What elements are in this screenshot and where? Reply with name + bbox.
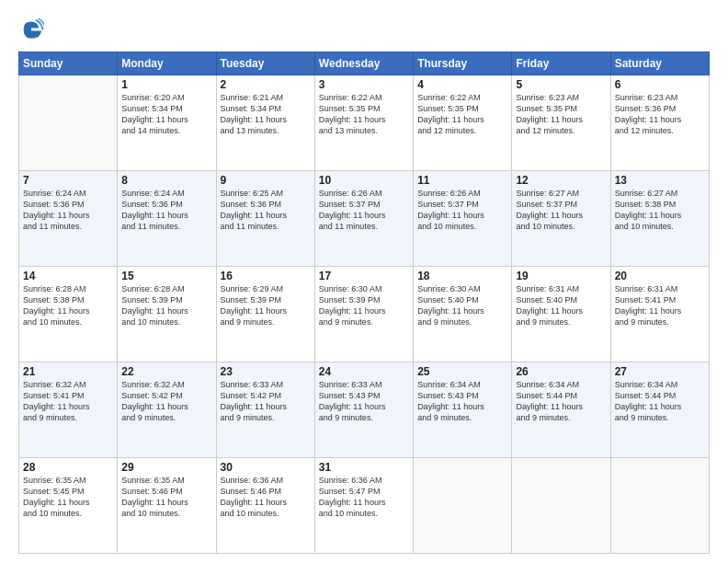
day-number: 6 — [615, 78, 705, 91]
calendar-cell — [610, 458, 709, 554]
day-info: Sunrise: 6:34 AM Sunset: 5:44 PM Dayligh… — [516, 379, 606, 424]
day-number: 9 — [221, 174, 311, 187]
day-info: Sunrise: 6:34 AM Sunset: 5:44 PM Dayligh… — [615, 379, 705, 424]
calendar-cell: 31Sunrise: 6:36 AM Sunset: 5:47 PM Dayli… — [314, 458, 413, 554]
day-number: 18 — [417, 270, 507, 282]
calendar-week-row: 1Sunrise: 6:20 AM Sunset: 5:34 PM Daylig… — [19, 75, 710, 171]
calendar-week-row: 21Sunrise: 6:32 AM Sunset: 5:41 PM Dayli… — [19, 362, 710, 458]
day-info: Sunrise: 6:31 AM Sunset: 5:40 PM Dayligh… — [516, 283, 606, 328]
day-info: Sunrise: 6:32 AM Sunset: 5:42 PM Dayligh… — [121, 379, 211, 424]
calendar-week-row: 14Sunrise: 6:28 AM Sunset: 5:38 PM Dayli… — [19, 267, 710, 362]
day-number: 7 — [23, 174, 113, 187]
day-number: 28 — [23, 461, 113, 474]
day-number: 17 — [319, 270, 409, 282]
calendar-cell: 11Sunrise: 6:26 AM Sunset: 5:37 PM Dayli… — [414, 171, 512, 267]
logo — [18, 17, 48, 42]
calendar-cell — [19, 75, 118, 171]
day-info: Sunrise: 6:21 AM Sunset: 5:34 PM Dayligh… — [221, 92, 311, 137]
calendar-cell: 15Sunrise: 6:28 AM Sunset: 5:39 PM Dayli… — [118, 267, 216, 362]
day-info: Sunrise: 6:32 AM Sunset: 5:41 PM Dayligh… — [23, 379, 113, 424]
calendar-cell: 1Sunrise: 6:20 AM Sunset: 5:34 PM Daylig… — [118, 75, 216, 171]
calendar-header-monday: Monday — [118, 52, 216, 75]
calendar-cell: 20Sunrise: 6:31 AM Sunset: 5:41 PM Dayli… — [610, 267, 709, 362]
calendar-cell: 23Sunrise: 6:33 AM Sunset: 5:42 PM Dayli… — [216, 362, 314, 458]
day-info: Sunrise: 6:30 AM Sunset: 5:40 PM Dayligh… — [417, 283, 507, 328]
day-number: 15 — [121, 270, 211, 282]
calendar: SundayMondayTuesdayWednesdayThursdayFrid… — [18, 52, 710, 554]
day-info: Sunrise: 6:23 AM Sunset: 5:35 PM Dayligh… — [516, 92, 606, 137]
day-info: Sunrise: 6:22 AM Sunset: 5:35 PM Dayligh… — [319, 92, 409, 137]
calendar-cell: 29Sunrise: 6:35 AM Sunset: 5:46 PM Dayli… — [118, 458, 216, 554]
calendar-cell: 27Sunrise: 6:34 AM Sunset: 5:44 PM Dayli… — [610, 362, 709, 458]
day-number: 22 — [121, 365, 211, 378]
day-info: Sunrise: 6:24 AM Sunset: 5:36 PM Dayligh… — [23, 188, 113, 233]
day-number: 1 — [121, 78, 211, 91]
day-info: Sunrise: 6:23 AM Sunset: 5:36 PM Dayligh… — [615, 92, 705, 137]
day-info: Sunrise: 6:24 AM Sunset: 5:36 PM Dayligh… — [121, 188, 211, 233]
day-number: 11 — [417, 174, 507, 187]
page: SundayMondayTuesdayWednesdayThursdayFrid… — [0, 0, 728, 563]
day-number: 27 — [615, 365, 705, 378]
calendar-cell — [414, 458, 512, 554]
day-info: Sunrise: 6:28 AM Sunset: 5:38 PM Dayligh… — [23, 283, 113, 328]
calendar-header-friday: Friday — [512, 52, 610, 75]
calendar-header-saturday: Saturday — [610, 52, 709, 75]
calendar-cell: 21Sunrise: 6:32 AM Sunset: 5:41 PM Dayli… — [19, 362, 118, 458]
day-info: Sunrise: 6:33 AM Sunset: 5:42 PM Dayligh… — [221, 379, 311, 424]
calendar-cell: 30Sunrise: 6:36 AM Sunset: 5:46 PM Dayli… — [216, 458, 314, 554]
day-number: 16 — [221, 270, 311, 282]
day-number: 8 — [121, 174, 211, 187]
day-number: 4 — [417, 78, 507, 91]
calendar-cell: 3Sunrise: 6:22 AM Sunset: 5:35 PM Daylig… — [314, 75, 413, 171]
calendar-cell: 24Sunrise: 6:33 AM Sunset: 5:43 PM Dayli… — [314, 362, 413, 458]
calendar-cell: 9Sunrise: 6:25 AM Sunset: 5:36 PM Daylig… — [216, 171, 314, 267]
calendar-cell: 8Sunrise: 6:24 AM Sunset: 5:36 PM Daylig… — [118, 171, 216, 267]
day-info: Sunrise: 6:33 AM Sunset: 5:43 PM Dayligh… — [319, 379, 409, 424]
day-info: Sunrise: 6:34 AM Sunset: 5:43 PM Dayligh… — [417, 379, 507, 424]
day-number: 26 — [516, 365, 606, 378]
day-number: 5 — [516, 78, 606, 91]
calendar-cell: 4Sunrise: 6:22 AM Sunset: 5:35 PM Daylig… — [414, 75, 512, 171]
day-number: 20 — [615, 270, 705, 282]
calendar-header-thursday: Thursday — [414, 52, 512, 75]
calendar-cell: 10Sunrise: 6:26 AM Sunset: 5:37 PM Dayli… — [314, 171, 413, 267]
calendar-cell: 17Sunrise: 6:30 AM Sunset: 5:39 PM Dayli… — [314, 267, 413, 362]
day-number: 10 — [319, 174, 409, 187]
calendar-week-row: 28Sunrise: 6:35 AM Sunset: 5:45 PM Dayli… — [19, 458, 710, 554]
day-number: 29 — [121, 461, 211, 474]
day-info: Sunrise: 6:31 AM Sunset: 5:41 PM Dayligh… — [615, 283, 705, 328]
calendar-cell: 28Sunrise: 6:35 AM Sunset: 5:45 PM Dayli… — [19, 458, 118, 554]
day-number: 14 — [23, 270, 113, 282]
day-number: 21 — [23, 365, 113, 378]
calendar-header-wednesday: Wednesday — [314, 52, 413, 75]
calendar-cell: 25Sunrise: 6:34 AM Sunset: 5:43 PM Dayli… — [414, 362, 512, 458]
calendar-cell: 26Sunrise: 6:34 AM Sunset: 5:44 PM Dayli… — [512, 362, 610, 458]
calendar-cell: 7Sunrise: 6:24 AM Sunset: 5:36 PM Daylig… — [19, 171, 118, 267]
day-number: 31 — [319, 461, 409, 474]
calendar-cell — [512, 458, 610, 554]
day-number: 23 — [221, 365, 311, 378]
day-info: Sunrise: 6:27 AM Sunset: 5:37 PM Dayligh… — [516, 188, 606, 233]
calendar-header-row: SundayMondayTuesdayWednesdayThursdayFrid… — [19, 52, 710, 75]
header — [18, 17, 710, 42]
day-number: 30 — [221, 461, 311, 474]
calendar-cell: 14Sunrise: 6:28 AM Sunset: 5:38 PM Dayli… — [19, 267, 118, 362]
day-info: Sunrise: 6:25 AM Sunset: 5:36 PM Dayligh… — [221, 188, 311, 233]
day-info: Sunrise: 6:35 AM Sunset: 5:46 PM Dayligh… — [121, 475, 211, 520]
day-number: 2 — [221, 78, 311, 91]
calendar-cell: 13Sunrise: 6:27 AM Sunset: 5:38 PM Dayli… — [610, 171, 709, 267]
day-info: Sunrise: 6:26 AM Sunset: 5:37 PM Dayligh… — [417, 188, 507, 233]
day-info: Sunrise: 6:26 AM Sunset: 5:37 PM Dayligh… — [319, 188, 409, 233]
day-number: 19 — [516, 270, 606, 282]
calendar-cell: 22Sunrise: 6:32 AM Sunset: 5:42 PM Dayli… — [118, 362, 216, 458]
day-info: Sunrise: 6:29 AM Sunset: 5:39 PM Dayligh… — [221, 283, 311, 328]
day-info: Sunrise: 6:20 AM Sunset: 5:34 PM Dayligh… — [121, 92, 211, 137]
day-info: Sunrise: 6:22 AM Sunset: 5:35 PM Dayligh… — [417, 92, 507, 137]
calendar-week-row: 7Sunrise: 6:24 AM Sunset: 5:36 PM Daylig… — [19, 171, 710, 267]
calendar-cell: 19Sunrise: 6:31 AM Sunset: 5:40 PM Dayli… — [512, 267, 610, 362]
day-info: Sunrise: 6:35 AM Sunset: 5:45 PM Dayligh… — [23, 475, 113, 520]
day-number: 12 — [516, 174, 606, 187]
calendar-cell: 18Sunrise: 6:30 AM Sunset: 5:40 PM Dayli… — [414, 267, 512, 362]
day-info: Sunrise: 6:27 AM Sunset: 5:38 PM Dayligh… — [615, 188, 705, 233]
logo-icon — [18, 17, 44, 42]
